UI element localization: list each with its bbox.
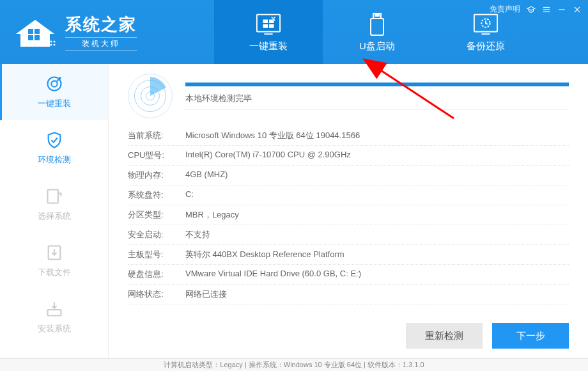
sidebar-label: 下载文件 [38, 267, 71, 278]
svg-rect-7 [35, 29, 40, 34]
info-row: 安全启动:不支持 [128, 225, 569, 245]
usb-icon [364, 12, 390, 36]
svg-rect-18 [375, 15, 376, 16]
info-row: 主板型号:英特尔 440BX Desktop Reference Platfor… [128, 245, 569, 265]
scan-status: 本地环境检测完毕 [185, 93, 569, 110]
minimize-button[interactable] [557, 5, 566, 14]
svg-rect-14 [257, 14, 280, 31]
tab-usb-boot[interactable]: U盘启动 [323, 0, 431, 64]
info-row: 分区类型:MBR，Legacy [128, 205, 569, 225]
svg-rect-19 [378, 15, 379, 16]
info-row: 系统盘符:C: [128, 186, 569, 205]
menu-icon[interactable] [542, 5, 551, 14]
svg-rect-8 [28, 35, 33, 40]
system-info-list: 当前系统:Microsoft Windows 10 专业版 64位 19044.… [128, 126, 569, 304]
graduation-icon[interactable] [527, 5, 536, 14]
tab-label: U盘启动 [359, 40, 395, 52]
info-row: 硬盘信息:VMware Virtual IDE Hard Drive (60.0… [128, 265, 569, 285]
svg-rect-9 [35, 35, 40, 40]
app-subtitle: 装机大师 [65, 37, 137, 51]
sidebar: 一键重装 环境检测 选择系统 下载文件 安装系统 [0, 64, 109, 358]
sidebar-item-envcheck[interactable]: 环境检测 [0, 120, 108, 177]
svg-rect-6 [28, 29, 33, 34]
next-button[interactable]: 下一步 [492, 323, 569, 349]
svg-point-10 [50, 40, 52, 42]
select-icon [45, 187, 63, 205]
info-row: CPU型号:Intel(R) Core(TM) i7-10700 CPU @ 2… [128, 146, 569, 166]
svg-point-13 [54, 43, 56, 45]
svg-point-24 [51, 81, 57, 86]
tab-reinstall[interactable]: 一键重装 [214, 0, 323, 64]
logo-icon [13, 15, 58, 50]
radar-icon [128, 74, 173, 118]
svg-point-12 [50, 43, 52, 45]
info-row: 网络状态:网络已连接 [128, 285, 569, 304]
header: 免责声明 系统之家 装机大师 [0, 0, 588, 64]
svg-rect-27 [47, 310, 61, 315]
shield-icon [45, 131, 63, 149]
sidebar-item-select[interactable]: 选择系统 [0, 177, 108, 233]
app-title: 系统之家 [65, 13, 137, 36]
progress-bar [185, 83, 569, 86]
close-button[interactable] [573, 5, 582, 14]
sidebar-item-download[interactable]: 下载文件 [0, 233, 108, 289]
disclaimer-link[interactable]: 免责声明 [490, 4, 520, 15]
footer-text: 计算机启动类型：Legacy | 操作系统：Windows 10 专业版 64位… [164, 360, 424, 370]
sidebar-label: 一键重装 [38, 98, 71, 109]
rescan-button[interactable]: 重新检测 [406, 323, 483, 349]
info-row: 当前系统:Microsoft Windows 10 专业版 64位 19044.… [128, 126, 569, 146]
info-row: 物理内存:4GB (MHZ) [128, 166, 569, 186]
download-icon [45, 244, 63, 262]
tab-label: 备份还原 [467, 40, 505, 52]
sidebar-label: 选择系统 [38, 210, 71, 222]
logo-area: 系统之家 装机大师 [0, 0, 192, 64]
sidebar-label: 安装系统 [38, 323, 71, 335]
sidebar-item-install[interactable]: 安装系统 [0, 289, 108, 345]
footer: 计算机启动类型：Legacy | 操作系统：Windows 10 专业版 64位… [0, 358, 588, 371]
windows-install-icon [256, 12, 281, 36]
sidebar-item-reinstall[interactable]: 一键重装 [0, 64, 108, 120]
svg-point-11 [54, 40, 56, 42]
install-icon [45, 300, 63, 318]
svg-rect-17 [371, 19, 383, 35]
restore-icon [473, 12, 499, 36]
sidebar-label: 环境检测 [38, 154, 71, 166]
tab-label: 一键重装 [249, 40, 288, 52]
target-icon [45, 75, 63, 93]
main-content: 本地环境检测完毕 当前系统:Microsoft Windows 10 专业版 6… [109, 64, 588, 358]
svg-rect-25 [47, 190, 58, 203]
titlebar: 免责声明 [490, 4, 582, 15]
